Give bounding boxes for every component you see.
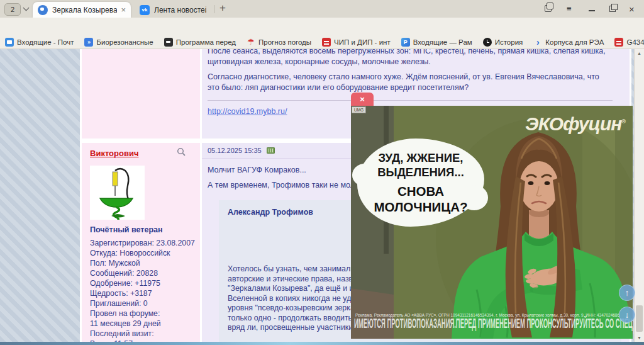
rambler-icon: Р [401, 38, 410, 47]
stat-approval: Одобрение: +11975 [90, 278, 200, 288]
tab-divider [214, 5, 214, 13]
mybb-icon: » [84, 38, 93, 47]
bookmarks-bar: Входящие - Почт » Биорезонансные Програм… [0, 35, 644, 49]
browser-toolbar: ← Я ↻ biorezonans.3bb.ru Зеркала Козырев… [0, 18, 644, 35]
bubble-text: МОЛОЧНИЦА? [374, 199, 467, 215]
scrollbar-thumb[interactable] [636, 305, 643, 332]
ad-network-badge: UMG [352, 106, 366, 113]
post-date: 05.12.2025 15:35 [208, 147, 262, 154]
post-profile-cell: Викторович Почётный ветеран Зарегистриро… [82, 143, 200, 342]
user-rank: Почётный ветеран [90, 225, 200, 234]
taskbar-edge [0, 342, 644, 345]
stat-time-value: 11 месяцев 29 дней [90, 319, 200, 329]
scroll-to-top-button[interactable]: ↑ [619, 285, 635, 301]
stat-from: Откуда: Новороссийск [90, 248, 200, 258]
chevron-down-icon[interactable] [23, 5, 30, 11]
stat-generosity: Щедрость: +3187 [90, 288, 200, 298]
ad-speech-bubble: ЗУД, ЖЖЕНИЕ, ВЫДЕЛЕНИЯ... СНОВА МОЛОЧНИЦ… [357, 139, 484, 227]
umbrella-icon: ☂ [247, 37, 255, 47]
tab-close-icon[interactable]: × [121, 5, 126, 14]
post-author-link[interactable]: Викторович [90, 149, 138, 158]
bookmark-chipdip[interactable]: ЧИП и ДИП - инт [322, 38, 391, 47]
search-posts-icon[interactable] [177, 148, 186, 159]
bookmark-history[interactable]: История [483, 38, 523, 47]
post-text-line: щитовидная железа, коронарные сосуды, мо… [208, 57, 630, 67]
bubble-text: ЗУД, ЖЖЕНИЕ, [379, 150, 464, 165]
post-text-line: это было: ляп диагностики или его оборуд… [208, 82, 630, 93]
bookmark-weather[interactable]: ☂ Прогноз погоды [247, 37, 311, 47]
ad-banner[interactable]: ЭКОфуцин® ЗУД, ЖЖЕНИЕ, ВЫДЕЛЕНИЯ... СНОВ… [351, 106, 633, 339]
bookmark-rea-cases[interactable]: › Корпуса для РЭА [533, 37, 604, 47]
prev-post-profile-cell [82, 49, 200, 139]
ad-close-button[interactable]: × [351, 93, 374, 106]
bubble-text: СНОВА [397, 183, 444, 199]
bookmark-tv-program[interactable]: Программа перед [164, 38, 236, 47]
tv-icon [164, 38, 173, 47]
chip-icon [322, 38, 331, 47]
chevron-icon: › [533, 37, 542, 47]
scroll-to-bottom-button[interactable]: ↓ [619, 307, 635, 323]
stat-invites: Приглашений: 0 [90, 298, 200, 308]
tab-counter[interactable]: 2 [4, 3, 21, 16]
tab-bar: 2 Зеркала Козырева 2 × vk Лента новостей… [0, 0, 644, 18]
window-close-button[interactable]: × [629, 4, 635, 14]
bookmark-gainta[interactable]: G434, Gainta [614, 38, 644, 47]
post-text-line: Согласно диагностике, человеку стало нам… [208, 72, 630, 82]
chip-icon [614, 38, 623, 47]
restore-button[interactable] [609, 6, 616, 12]
signature-divider [208, 100, 613, 101]
tab-title: Лента новостей [154, 6, 206, 14]
tab-panels-icon[interactable] [545, 5, 552, 12]
site-favicon [38, 5, 48, 15]
ad-warning-text: ИМЕЮТСЯ ПРОТИВОПОКАЗАНИЯ. ПЕРЕД ПРИМЕНЕН… [354, 318, 631, 331]
avatar [90, 166, 145, 220]
menu-icon[interactable]: ≡ [567, 4, 572, 13]
minimize-button[interactable] [589, 10, 595, 11]
web-icon[interactable] [267, 147, 275, 154]
scrollbar-up-icon[interactable]: ▲ [635, 51, 644, 55]
bookmark-mail[interactable]: Входящие - Почт [5, 38, 74, 47]
stat-gender: Пол: Мужской [90, 258, 200, 268]
tab-vk-feed[interactable]: vk Лента новостей [135, 2, 211, 18]
history-icon [483, 38, 492, 47]
new-tab-button[interactable]: + [219, 2, 226, 14]
post-text-line: После сеанса, выделяются восемь перегруж… [208, 49, 630, 57]
bookmark-biorezonans[interactable]: » Биорезонансные [84, 38, 153, 47]
ad-brand-logo: ЭКОфуцин® [525, 113, 625, 135]
stat-messages: Сообщений: 20828 [90, 268, 200, 278]
bubble-text: ВЫДЕЛЕНИЯ... [377, 165, 464, 179]
vk-icon: vk [140, 5, 150, 15]
stat-lastvisit-label: Последний визит: [90, 329, 200, 339]
page-scrollbar[interactable]: ▲ ▼ [634, 49, 644, 342]
tab-title: Зеркала Козырева 2 [52, 6, 117, 14]
tab-active[interactable]: Зеркала Козырева 2 × [33, 2, 131, 18]
scrollbar-down-icon[interactable]: ▼ [635, 336, 644, 340]
mail-icon [5, 38, 14, 47]
stat-registered: Зарегистрирован: 23.08.2007 [90, 238, 200, 248]
bookmark-rambler-mail[interactable]: Р Входящие — Рам [401, 38, 472, 47]
signature-link[interactable]: http://covid19.mybb.ru/ [208, 107, 287, 116]
stat-time-label: Провел на форуме: [90, 308, 200, 319]
